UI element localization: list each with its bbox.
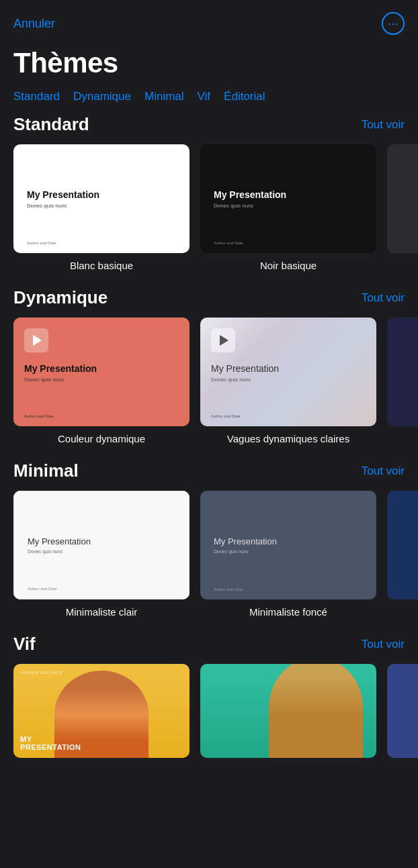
slide-author-vagues: Author and Date — [211, 414, 241, 418]
theme-card-partial-minimal[interactable] — [387, 491, 418, 618]
more-dots-icon: ⋯ — [388, 17, 399, 30]
slide-title-vagues: My Presentation — [211, 363, 366, 374]
theme-card-minimaliste-clair[interactable]: My Presentation Donec quis nunc Author a… — [13, 491, 190, 618]
theme-thumbnail-minimaliste-fonce: My Presentation Donec quis nunc Author a… — [200, 491, 376, 599]
section-dynamique-header: Dynamique Tout voir — [0, 287, 418, 318]
vif-author-top: AUTHOR AND DATE — [20, 671, 63, 675]
theme-label-vagues-dynamiques: Vagues dynamiques claires — [227, 433, 349, 444]
section-vif-title: Vif — [13, 634, 36, 655]
cancel-button[interactable]: Annuler — [13, 17, 55, 31]
theme-card-minimaliste-fonce[interactable]: My Presentation Donec quis nunc Author a… — [200, 491, 376, 618]
theme-card-vagues-dynamiques[interactable]: My Presentation Donec quis nunc Author a… — [200, 318, 376, 444]
slide-title-couleur: My Presentation — [24, 363, 179, 374]
theme-card-partial-dynamique[interactable] — [387, 318, 418, 444]
section-standard-see-all[interactable]: Tout voir — [362, 118, 405, 132]
section-vif: Vif Tout voir AUTHOR AND DATE MYPRESENTA… — [0, 634, 418, 781]
theme-thumbnail-vif-jaune: AUTHOR AND DATE MYPRESENTATION — [13, 664, 190, 758]
section-minimal-see-all[interactable]: Tout voir — [362, 465, 405, 478]
tab-dynamique[interactable]: Dynamique — [73, 90, 131, 103]
section-dynamique-see-all[interactable]: Tout voir — [362, 291, 405, 305]
slide-title-noir: My Presentation — [214, 189, 363, 200]
slide-subtitle-vagues: Donec quis nunc — [211, 377, 366, 383]
play-triangle-couleur — [33, 335, 42, 346]
slide-author-noir: Author and Date — [214, 241, 243, 245]
slide-subtitle-minimal-light: Donec quis nunc — [28, 549, 175, 554]
theme-thumbnail-partial-standard — [387, 144, 418, 253]
more-options-button[interactable]: ⋯ — [382, 12, 405, 35]
theme-thumbnail-partial-dynamique — [387, 318, 418, 426]
theme-label-noir-basique: Noir basique — [260, 260, 317, 271]
theme-card-partial-vif[interactable] — [387, 664, 418, 765]
slide-author-couleur: Author and Date — [24, 414, 54, 418]
theme-label-minimaliste-clair: Minimaliste clair — [66, 606, 138, 618]
tab-editorial[interactable]: Éditorial — [224, 90, 265, 103]
theme-thumbnail-minimaliste-clair: My Presentation Donec quis nunc Author a… — [13, 491, 190, 599]
theme-label-couleur-dynamique: Couleur dynamique — [58, 433, 145, 444]
theme-thumbnail-vagues-dynamiques: My Presentation Donec quis nunc Author a… — [200, 318, 376, 426]
header: Annuler ⋯ — [0, 0, 418, 42]
section-minimal: Minimal Tout voir My Presentation Donec … — [0, 461, 418, 634]
play-triangle-vagues — [220, 335, 228, 346]
slide-subtitle-couleur: Donec quis nunc — [24, 377, 179, 383]
theme-card-couleur-dynamique[interactable]: My Presentation Donec quis nunc Author a… — [13, 318, 190, 444]
theme-thumbnail-couleur-dynamique: My Presentation Donec quis nunc Author a… — [13, 318, 190, 426]
tab-vif[interactable]: Vif — [198, 90, 211, 103]
slide-title-minimal-light: My Presentation — [28, 536, 175, 546]
section-standard-header: Standard Tout voir — [0, 114, 418, 144]
theme-thumbnail-blanc-basique: My Presentation Donec quis nunc Author a… — [13, 144, 190, 253]
vif-title-yellow: MYPRESENTATION — [20, 735, 81, 751]
theme-card-vif-teal[interactable] — [200, 664, 376, 765]
section-vif-header: Vif Tout voir — [0, 634, 418, 664]
category-tabs: Standard Dynamique Minimal Vif Éditorial — [0, 90, 418, 114]
theme-thumbnail-vif-teal — [200, 664, 376, 758]
slide-subtitle-minimal-dark: Donec quis nunc — [214, 549, 363, 554]
slide-subtitle-noir: Donec quis nunc — [214, 203, 363, 209]
tab-minimal[interactable]: Minimal — [144, 90, 184, 103]
themes-row-dynamique: My Presentation Donec quis nunc Author a… — [0, 318, 418, 444]
theme-card-blanc-basique[interactable]: My Presentation Donec quis nunc Author a… — [13, 144, 190, 271]
section-dynamique: Dynamique Tout voir My Presentation Done… — [0, 287, 418, 461]
theme-card-partial-standard[interactable] — [387, 144, 418, 271]
section-dynamique-title: Dynamique — [13, 287, 108, 308]
slide-author-minimal-light: Author and Date — [28, 587, 57, 591]
slide-author-blanc: Author and Date — [27, 241, 56, 245]
section-vif-see-all[interactable]: Tout voir — [362, 638, 405, 651]
page-title: Thèmes — [0, 42, 418, 90]
section-standard: Standard Tout voir My Presentation Donec… — [0, 114, 418, 287]
slide-title-blanc: My Presentation — [27, 189, 176, 200]
slide-author-minimal-dark: Author and Date — [214, 587, 243, 591]
play-icon-vagues — [211, 328, 235, 352]
theme-card-noir-basique[interactable]: My Presentation Donec quis nunc Author a… — [200, 144, 376, 271]
theme-label-minimaliste-fonce: Minimaliste foncé — [249, 606, 327, 618]
theme-thumbnail-partial-minimal — [387, 491, 418, 599]
themes-row-vif: AUTHOR AND DATE MYPRESENTATION — [0, 664, 418, 765]
section-minimal-header: Minimal Tout voir — [0, 461, 418, 491]
slide-subtitle-blanc: Donec quis nunc — [27, 203, 176, 209]
theme-thumbnail-noir-basique: My Presentation Donec quis nunc Author a… — [200, 144, 376, 253]
theme-label-blanc-basique: Blanc basique — [70, 260, 133, 271]
section-standard-title: Standard — [13, 114, 89, 135]
section-minimal-title: Minimal — [13, 461, 79, 481]
theme-card-vif-jaune[interactable]: AUTHOR AND DATE MYPRESENTATION — [13, 664, 190, 765]
vif-person-teal — [269, 664, 363, 758]
slide-title-minimal-dark: My Presentation — [214, 536, 363, 546]
themes-row-minimal: My Presentation Donec quis nunc Author a… — [0, 491, 418, 618]
play-icon-couleur — [24, 328, 48, 352]
tab-standard[interactable]: Standard — [13, 90, 60, 103]
theme-thumbnail-partial-vif — [387, 664, 418, 758]
themes-row-standard: My Presentation Donec quis nunc Author a… — [0, 144, 418, 271]
